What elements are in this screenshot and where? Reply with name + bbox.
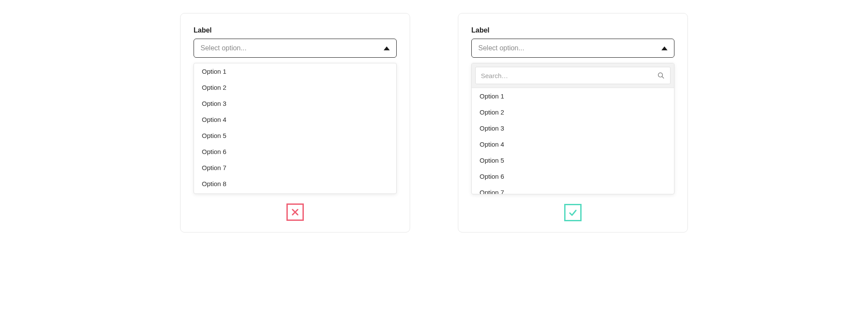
select-trigger[interactable]: Select option... xyxy=(194,39,397,58)
field-label: Label xyxy=(194,26,397,34)
select-placeholder: Select option... xyxy=(478,44,524,52)
list-item[interactable]: Option 5 xyxy=(472,152,673,168)
options-list[interactable]: Option 1 Option 2 Option 3 Option 4 Opti… xyxy=(194,63,396,193)
svg-line-3 xyxy=(662,77,664,79)
list-item[interactable]: Option 4 xyxy=(194,111,395,128)
field-label: Label xyxy=(471,26,674,34)
check-icon xyxy=(568,208,578,217)
list-item[interactable]: Option 8 xyxy=(194,176,395,192)
list-item[interactable]: Option 5 xyxy=(194,128,395,144)
caret-up-icon xyxy=(384,46,390,50)
select-placeholder: Select option... xyxy=(201,44,247,52)
list-item[interactable]: Option 3 xyxy=(472,120,673,136)
list-item[interactable]: Option 7 xyxy=(194,160,395,176)
list-item[interactable]: Option 2 xyxy=(194,79,395,95)
list-item[interactable]: Option 4 xyxy=(472,136,673,152)
status-badge-pass xyxy=(564,204,582,221)
list-item[interactable]: Option 6 xyxy=(194,144,395,160)
list-item[interactable]: Option 3 xyxy=(194,95,395,111)
list-item[interactable]: Option 2 xyxy=(472,104,673,120)
example-card-no-search: Label Select option... Option 1 Option 2… xyxy=(180,13,410,233)
list-item[interactable]: Option 6 xyxy=(472,168,673,184)
search-container xyxy=(472,63,674,88)
select-trigger[interactable]: Select option... xyxy=(471,39,674,58)
dropdown-panel: Option 1 Option 2 Option 3 Option 4 Opti… xyxy=(194,63,397,194)
svg-point-2 xyxy=(658,73,663,77)
list-item[interactable]: Option 1 xyxy=(472,88,673,104)
caret-up-icon xyxy=(661,46,667,50)
search-box[interactable] xyxy=(475,67,671,84)
list-item[interactable]: Option 1 xyxy=(194,63,395,79)
x-icon xyxy=(291,208,299,216)
example-card-with-search: Label Select option... Option 1 Option 2… xyxy=(458,13,688,233)
status-badge-fail xyxy=(286,203,304,221)
search-icon xyxy=(657,72,665,79)
list-item[interactable]: Option 7 xyxy=(472,184,673,194)
search-input[interactable] xyxy=(481,72,657,79)
dropdown-panel: Option 1 Option 2 Option 3 Option 4 Opti… xyxy=(471,63,674,194)
options-list[interactable]: Option 1 Option 2 Option 3 Option 4 Opti… xyxy=(472,88,674,194)
